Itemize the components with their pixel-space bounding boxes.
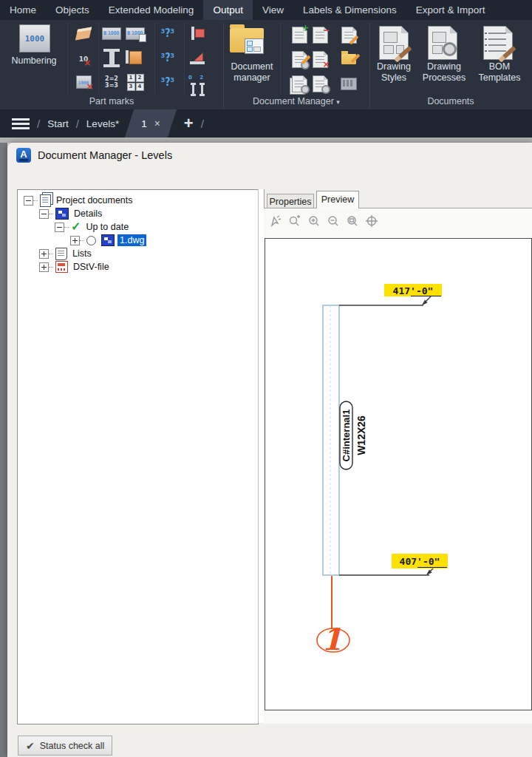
zoom-in-icon[interactable] — [307, 214, 321, 228]
dropdown-arrow-icon: ▾ — [336, 98, 340, 106]
drawing-preview-canvas[interactable]: 417'-0" C#internal1 W12X26 407'-0" — [265, 238, 532, 710]
pair-bottom-glyph: 3=3 — [105, 82, 118, 89]
tree-item-lists[interactable]: Lists — [39, 247, 94, 260]
menu-labels-dimensions[interactable]: Labels & Dimensions — [293, 0, 406, 20]
part-solid-icon[interactable] — [125, 47, 146, 68]
tree-item-up-to-date[interactable]: ✓ Up to date — [55, 220, 131, 234]
expand-icon[interactable] — [39, 262, 49, 272]
menu-objects[interactable]: Objects — [46, 0, 99, 20]
menu-extended-modeling[interactable]: Extended Modeling — [99, 0, 204, 20]
document-manager-section-text: Document Manager — [253, 96, 334, 106]
menu-output[interactable]: Output — [203, 0, 253, 20]
drawing-styles-icon — [379, 26, 409, 60]
tree-label: Project documents — [54, 194, 135, 206]
expand-icon[interactable] — [70, 236, 80, 245]
tab-start[interactable]: Start — [47, 118, 69, 129]
advance-steel-app-icon: A — [16, 148, 31, 163]
documents-section-label: Documents — [369, 96, 532, 109]
beams-zero-two-icon[interactable]: 0 2 — [187, 72, 208, 92]
zoom-extents-icon[interactable] — [364, 214, 379, 228]
lists-icon — [55, 248, 67, 260]
compare-pairs-icon[interactable]: 2=2 3=3 — [101, 72, 122, 92]
tree-label: Details — [72, 208, 104, 220]
document-tree-panel[interactable]: Project documents Details ✓ Up to date 1… — [17, 189, 259, 724]
tab-properties[interactable]: Properties — [267, 194, 314, 208]
add-document-icon[interactable]: + — [289, 24, 310, 45]
separator: / — [201, 118, 204, 130]
workspace-top-edge — [0, 138, 532, 143]
question-marks-icon-3[interactable]: ³?³ — [157, 72, 178, 92]
status-check-all-label: Status check all — [40, 741, 105, 751]
zoom-window-icon[interactable] — [345, 214, 360, 228]
collapse-icon[interactable] — [24, 196, 33, 206]
hamburger-menu-icon[interactable] — [12, 118, 30, 129]
checkmark-icon: ✔ — [26, 740, 35, 752]
drawing-processes-label: Drawing Processes — [416, 61, 472, 84]
b1000-document-icon[interactable]: B 1000 — [125, 23, 146, 44]
edit-document-icon[interactable] — [338, 24, 359, 45]
preview-toolbar — [268, 214, 379, 228]
zoom-dynamic-icon[interactable] — [287, 214, 302, 228]
up-to-date-check-icon: ✓ — [71, 222, 81, 232]
grid-4: 4 — [136, 83, 144, 91]
document-manager-section-label[interactable]: Document Manager ▾ — [223, 96, 369, 109]
beam-end-mark-icon[interactable] — [187, 23, 208, 44]
bom-templates-label: BOM Templates — [471, 61, 528, 84]
b1000-glyph: B 1000 — [103, 30, 119, 36]
close-tab-icon[interactable]: × — [154, 118, 160, 129]
delete-document-icon[interactable]: × — [310, 49, 330, 69]
numbering-icon: 1000 — [25, 34, 45, 44]
question-glyph: ³?³ — [161, 75, 175, 89]
menu-view[interactable]: View — [253, 0, 293, 20]
question-marks-icon-1[interactable]: ³?³ — [157, 23, 178, 44]
tree-item-dstv-file[interactable]: DStV-file — [39, 260, 112, 274]
details-icon — [55, 208, 69, 220]
application-window: Home Objects Extended Modeling Output Vi… — [0, 0, 532, 757]
beam-section-icon[interactable] — [101, 47, 122, 68]
workspace-left-edge — [0, 143, 7, 757]
question-marks-icon-2[interactable]: ³?³ — [157, 47, 178, 68]
tree-label-selected: 1.dwg — [117, 234, 146, 246]
menu-home[interactable]: Home — [0, 0, 46, 20]
drawing-processes-icon — [428, 26, 457, 60]
ribbon: 1000 Numbering 10× 1000× B 1000 B 1000 2… — [0, 20, 532, 109]
document-grid-settings-icon[interactable] — [310, 73, 330, 94]
delete-stamp-icon[interactable]: 1000× — [73, 72, 94, 92]
level-drawing: 417'-0" C#internal1 W12X26 407'-0" — [265, 239, 531, 710]
tree-item-project-documents[interactable]: Project documents — [24, 194, 135, 207]
tab-drawing-1[interactable]: 1 × — [129, 109, 172, 138]
model-document-icon[interactable] — [338, 73, 359, 94]
tree-label: DStV-file — [71, 261, 112, 273]
beam-angle-mark-icon[interactable] — [187, 47, 208, 68]
pan-icon[interactable] — [268, 214, 283, 228]
document-settings-edit-icon[interactable] — [289, 49, 310, 69]
numbering-button[interactable]: 1000 — [19, 24, 50, 52]
top-level-text: 417'-0" — [393, 285, 434, 296]
menu-export-import[interactable]: Export & Import — [406, 0, 495, 20]
delete-numbering-icon[interactable]: 10× — [73, 47, 94, 68]
new-tab-button[interactable]: + — [184, 116, 194, 131]
open-folder-edit-icon[interactable] — [338, 49, 359, 69]
remove-document-icon[interactable]: − — [310, 24, 330, 45]
tab-levels[interactable]: Levels* — [86, 118, 119, 129]
profile-text: W12X26 — [355, 415, 367, 455]
file-tab-bar: / Start / Levels* 1 × + / — [0, 109, 532, 138]
documents-process-icon[interactable] — [289, 73, 310, 94]
zoom-out-icon[interactable] — [326, 214, 341, 228]
collapse-icon[interactable] — [55, 223, 64, 232]
numbers-grid-icon[interactable]: 1 2 3 4 — [125, 72, 146, 92]
drawing-styles-label: Drawing Styles — [368, 61, 420, 84]
delete-part-marks-icon[interactable] — [73, 23, 94, 44]
status-check-all-button[interactable]: ✔ Status check all — [18, 736, 112, 756]
ribbon-menu-bar: Home Objects Extended Modeling Output Vi… — [0, 0, 532, 20]
question-glyph: ³?³ — [161, 27, 175, 40]
b1000-glyph: B 1000 — [127, 30, 143, 36]
pair-top-glyph: 2=2 — [105, 75, 118, 82]
expand-icon[interactable] — [39, 249, 49, 259]
tab-preview[interactable]: Preview — [316, 191, 359, 208]
collapse-icon[interactable] — [39, 209, 49, 219]
zero-two-glyph: 0 2 — [188, 75, 206, 81]
b1000-mark-icon[interactable]: B 1000 — [101, 23, 122, 44]
tree-item-details[interactable]: Details — [39, 207, 104, 220]
tree-item-1-dwg[interactable]: 1.dwg — [70, 234, 146, 247]
